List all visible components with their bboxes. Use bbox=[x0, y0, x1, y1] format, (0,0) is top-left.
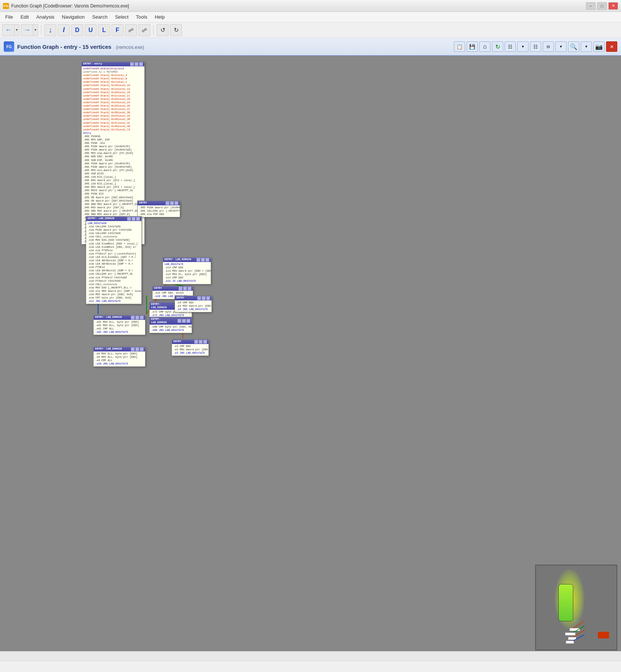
n9-close[interactable]: × bbox=[140, 316, 144, 319]
minimap-svg bbox=[536, 565, 617, 650]
node-minimize[interactable]: − bbox=[130, 62, 134, 66]
back-btn-group: ← ▼ bbox=[2, 24, 19, 36]
n8-max[interactable]: □ bbox=[202, 296, 206, 300]
u-button[interactable]: U bbox=[85, 24, 97, 36]
graph-header: FG Function Graph - entry - 15 vertices … bbox=[0, 38, 621, 56]
minimize-button[interactable]: − bbox=[586, 2, 596, 10]
n7-close[interactable]: × bbox=[186, 319, 190, 323]
menu-tools[interactable]: Tools bbox=[132, 13, 151, 21]
node4-header: ENTRY: LAB_DOMAIN − □ × bbox=[163, 258, 211, 262]
undo-button[interactable]: ↺ bbox=[157, 24, 169, 36]
menu-file[interactable]: File bbox=[1, 13, 17, 21]
home-button[interactable]: ⌂ bbox=[479, 41, 490, 52]
menubar: File Edit Analysis Navigation Search Sel… bbox=[0, 12, 621, 22]
graph-controls: 📋 💾 ⌂ ↻ ☷ ▼ ☷ ⛭ ▼ 🔍 ▼ 📷 ✕ bbox=[454, 41, 617, 52]
node3[interactable]: ENTRY: LAB_DOMAIN − □ × LAB_0041fa68 .el… bbox=[86, 216, 142, 304]
table-button[interactable]: ☷ bbox=[530, 41, 541, 52]
menu-analysis[interactable]: Analysis bbox=[32, 13, 58, 21]
n2-max[interactable]: □ bbox=[170, 201, 174, 205]
node8-content: .e3 CMP EBX .e3 MOV dword ptr [EBX+ .e3 … bbox=[175, 300, 211, 312]
n8-close[interactable]: × bbox=[206, 296, 210, 300]
node10[interactable]: ENTRY − □ × .e3 CMP EBX .e3 MOV dword pt… bbox=[172, 339, 209, 356]
n3-max[interactable]: □ bbox=[132, 217, 135, 221]
ref-button1[interactable]: ☍ bbox=[125, 24, 137, 36]
zoom-button[interactable]: 🔍 bbox=[568, 41, 579, 52]
forward-button[interactable]: → bbox=[21, 24, 33, 36]
n10-close[interactable]: × bbox=[203, 340, 207, 344]
menu-select[interactable]: Select bbox=[111, 13, 132, 21]
canvas-area[interactable]: ENTRY: entry − □ × undefined4_atdcallerp… bbox=[0, 56, 621, 662]
n4-max[interactable]: □ bbox=[201, 258, 205, 262]
close-button[interactable]: ✕ bbox=[608, 2, 618, 10]
f-button[interactable]: F bbox=[112, 24, 123, 36]
forward-btn-group: → ▼ bbox=[21, 24, 38, 36]
node8[interactable]: ENTRY − □ × .e3 CMP EBX .e3 MOV dword pt… bbox=[175, 296, 212, 312]
node7-content: .e80 CMP byte ptr [EBX, 0x0] .e80 JNS LA… bbox=[150, 325, 192, 333]
forward-dropdown[interactable]: ▼ bbox=[33, 24, 38, 36]
node11[interactable]: ENTRY: LAB_DOMAIN − □ × .e9 MOV ELL, byt… bbox=[93, 347, 145, 367]
node9[interactable]: ENTRY: LAB_DOMAIN − □ × .e91 MOV ELL, by… bbox=[93, 315, 145, 335]
node-close[interactable]: × bbox=[139, 62, 143, 66]
titlebar: FG Function Graph [CodeBrowser: Varonis … bbox=[0, 0, 621, 12]
menu-search[interactable]: Search bbox=[88, 13, 111, 21]
node2-header: ENTRY − □ × bbox=[138, 201, 180, 205]
save-button[interactable]: 💾 bbox=[467, 41, 478, 52]
n9-max[interactable]: □ bbox=[135, 316, 139, 319]
menu-help[interactable]: Help bbox=[151, 13, 169, 21]
node4[interactable]: ENTRY: LAB_DOMAIN − □ × LAB_0041fa76 .el… bbox=[163, 257, 211, 284]
back-button[interactable]: ← bbox=[2, 24, 14, 36]
node11-content: .e9 MOV ELL, byte ptr [EBX] .e9 MOV ALL,… bbox=[94, 351, 145, 366]
zoom-dropdown[interactable]: ▼ bbox=[581, 41, 592, 52]
n11-close[interactable]: × bbox=[140, 347, 144, 351]
n5-min[interactable]: − bbox=[179, 287, 182, 290]
n8-min[interactable]: − bbox=[197, 296, 201, 300]
menu-edit[interactable]: Edit bbox=[17, 13, 32, 21]
graph-title: Function Graph - entry - 15 vertices (re… bbox=[17, 44, 144, 50]
n11-min[interactable]: − bbox=[131, 347, 135, 351]
n7-min[interactable]: − bbox=[178, 319, 181, 323]
n5-max[interactable]: □ bbox=[183, 287, 187, 290]
node2[interactable]: ENTRY − □ × .005 PUSH dword ptr [0x4041f… bbox=[137, 201, 180, 217]
n10-min[interactable]: − bbox=[194, 340, 198, 344]
sep1 bbox=[41, 25, 41, 35]
refresh-button[interactable]: ↻ bbox=[492, 41, 503, 52]
d-button[interactable]: D bbox=[71, 24, 83, 36]
node7[interactable]: ENTRY: LAB_DOMAIN − □ × .e80 CMP byte pt… bbox=[149, 317, 192, 333]
node5-header: ENTRY − □ × bbox=[153, 286, 193, 291]
n3-min[interactable]: − bbox=[127, 217, 131, 221]
redo-button[interactable]: ↻ bbox=[170, 24, 182, 36]
n3-close[interactable]: × bbox=[136, 217, 140, 221]
n2-close[interactable]: × bbox=[175, 201, 178, 205]
l-button[interactable]: L bbox=[98, 24, 110, 36]
node3-content: LAB_0041fa68 .elm CALLENV C441fa68 .elm … bbox=[86, 221, 141, 304]
n4-close[interactable]: × bbox=[206, 258, 209, 262]
n10-max[interactable]: □ bbox=[199, 340, 203, 344]
down-arrow-button[interactable]: ↓ bbox=[44, 24, 56, 36]
n4-min[interactable]: − bbox=[197, 258, 200, 262]
toolbar: ← ▼ → ▼ ↓ I D U L F ☍ ☍ ↺ ↻ bbox=[0, 22, 621, 38]
n9-min[interactable]: − bbox=[131, 316, 135, 319]
menu-navigation[interactable]: Navigation bbox=[58, 13, 88, 21]
layout-dropdown[interactable]: ▼ bbox=[517, 41, 529, 52]
options-button[interactable]: ⛭ bbox=[543, 41, 554, 52]
camera-button[interactable]: 📷 bbox=[593, 41, 605, 52]
ref-button2[interactable]: ☍ bbox=[138, 24, 150, 36]
node8-header: ENTRY − □ × bbox=[175, 296, 211, 300]
n5-close[interactable]: × bbox=[188, 287, 191, 290]
options-dropdown[interactable]: ▼ bbox=[555, 41, 567, 52]
maximize-button[interactable]: □ bbox=[597, 2, 607, 10]
n11-max[interactable]: □ bbox=[135, 347, 139, 351]
sep2 bbox=[153, 25, 154, 35]
node-maximize[interactable]: □ bbox=[135, 62, 138, 66]
n7-max[interactable]: □ bbox=[182, 319, 186, 323]
minimap bbox=[535, 565, 617, 650]
copy-button[interactable]: 📋 bbox=[454, 41, 465, 52]
statusbar bbox=[0, 651, 621, 662]
back-dropdown[interactable]: ▼ bbox=[14, 24, 19, 36]
n2-min[interactable]: − bbox=[166, 201, 169, 205]
close-graph-button[interactable]: ✕ bbox=[606, 41, 617, 52]
i-button[interactable]: I bbox=[58, 24, 70, 36]
graph-icon: FG bbox=[4, 41, 14, 52]
node4-content: LAB_0041fa76 .el4 CMP EBX .el4 MOV dword… bbox=[163, 262, 211, 284]
layout-button[interactable]: ☷ bbox=[505, 41, 516, 52]
